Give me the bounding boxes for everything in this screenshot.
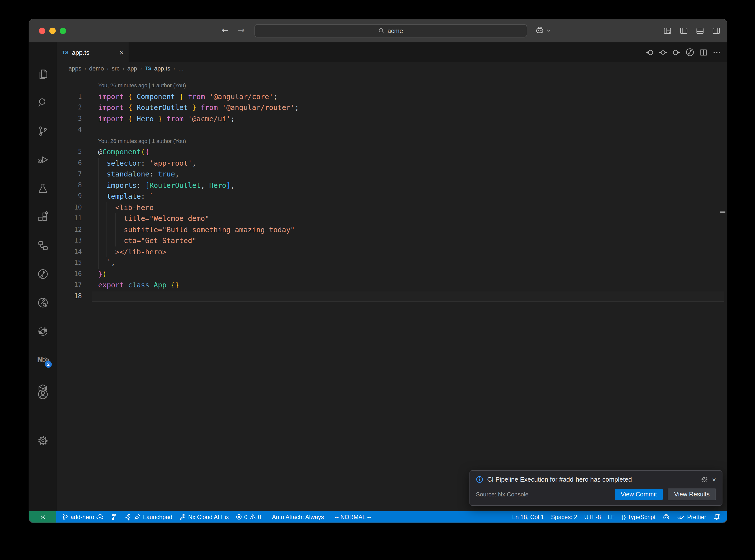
gitlens-forward-icon[interactable]	[672, 48, 680, 57]
git-branch-item[interactable]: add-hero	[58, 511, 107, 522]
breadcrumb-item[interactable]: src	[112, 65, 120, 72]
traffic-close-button[interactable]	[39, 27, 45, 34]
tab-bar: TS app.ts ×	[57, 42, 727, 62]
tab-close-icon[interactable]: ×	[119, 48, 124, 56]
chevron-right-icon: ›	[122, 65, 124, 71]
toggle-secondary-sidebar-icon[interactable]	[712, 27, 720, 35]
eol-item[interactable]: LF	[604, 511, 618, 522]
launchpad-item[interactable]: Launchpad	[121, 511, 176, 522]
view-results-button[interactable]: View Results	[668, 488, 716, 500]
code-row: 7 standalone: true,	[57, 168, 727, 180]
indentation-item[interactable]: Spaces: 2	[548, 511, 581, 522]
vim-mode-item[interactable]: -- NORMAL --	[331, 511, 375, 522]
sidebar-item-nx-console[interactable]: N≫ 2	[37, 354, 49, 366]
prettier-item[interactable]: Prettier	[674, 511, 710, 522]
toast-title: CI Pipeline Execution for #add-hero has …	[487, 476, 697, 483]
toggle-primary-sidebar-icon[interactable]	[679, 27, 688, 35]
code-row: 12 subtitle="Build something amazing tod…	[57, 224, 727, 235]
sidebar-item-extensions[interactable]	[37, 211, 49, 223]
code-row: 5@Component({	[57, 146, 727, 158]
code-row: 17export class App {}	[57, 280, 727, 291]
git-branch-icon	[62, 514, 68, 520]
code-row: 13 cta="Get Started"	[57, 235, 727, 246]
history-forward-button[interactable]: →	[238, 25, 245, 35]
remote-indicator[interactable]	[29, 511, 56, 522]
double-check-icon	[677, 514, 685, 520]
copilot-status-item[interactable]	[659, 511, 674, 522]
command-center-search[interactable]: acme	[254, 24, 527, 38]
sidebar-item-source-control[interactable]	[37, 125, 49, 137]
breadcrumb-file[interactable]: app.ts	[154, 65, 170, 72]
toggle-panel-icon[interactable]	[696, 27, 704, 35]
settings-gear-icon[interactable]	[37, 435, 49, 447]
traffic-zoom-button[interactable]	[60, 27, 66, 34]
error-icon	[236, 514, 242, 520]
traffic-minimize-button[interactable]	[49, 27, 56, 34]
branch-name: add-hero	[71, 514, 94, 520]
blame-annotation: You, 26 minutes ago | 1 author (You)	[57, 80, 727, 91]
status-bar: add-hero Launchpad Nx Cloud AI Fix 0 0	[29, 511, 727, 522]
view-commit-button[interactable]: View Commit	[615, 489, 663, 500]
chevron-down-icon	[547, 28, 551, 33]
commit-graph-icon[interactable]	[686, 48, 694, 57]
warning-icon	[250, 514, 256, 520]
code-row: 6 selector: 'app-root',	[57, 158, 727, 168]
code-editor[interactable]: You, 26 minutes ago | 1 author (You)1imp…	[57, 75, 727, 511]
nx-badge: 2	[45, 361, 52, 368]
nx-cloud-fix-item[interactable]: Nx Cloud AI Fix	[176, 511, 232, 522]
breadcrumb: apps› demo› src› app› TS app.ts› …	[57, 62, 727, 75]
nx-cloud-fix-label: Nx Cloud AI Fix	[188, 514, 229, 520]
sidebar-item-run-debug[interactable]	[37, 154, 49, 166]
overview-ruler-mark	[720, 212, 726, 213]
copilot-menu[interactable]	[535, 26, 551, 35]
customize-layout-icon[interactable]	[663, 27, 672, 35]
rocket-icon	[124, 513, 132, 521]
problems-item[interactable]: 0 0	[232, 511, 264, 522]
gitlens-commit-icon[interactable]	[659, 48, 667, 57]
toast-close-icon[interactable]: ×	[712, 476, 716, 483]
titlebar: ← → acme	[29, 19, 727, 42]
chevron-right-icon: ›	[84, 65, 86, 71]
info-icon	[476, 476, 483, 483]
chevron-right-icon: ›	[107, 65, 108, 71]
history-back-button[interactable]: ←	[221, 25, 229, 35]
breadcrumb-item[interactable]: apps	[68, 65, 81, 72]
sidebar-item-testing[interactable]	[37, 182, 49, 194]
code-row: 14 ></lib-hero>	[57, 246, 727, 257]
sidebar-item-project-graph[interactable]	[37, 240, 49, 252]
breadcrumb-item[interactable]: demo	[89, 65, 104, 72]
breadcrumb-item[interactable]: app	[127, 65, 137, 72]
braces-icon: {}	[622, 514, 625, 520]
language-mode-item[interactable]: {} TypeScript	[618, 511, 659, 522]
screenshot-root: ← → acme	[0, 0, 755, 560]
notifications-bell-icon[interactable]	[710, 511, 724, 522]
sidebar-item-explorer[interactable]	[37, 68, 49, 80]
code-lines: You, 26 minutes ago | 1 author (You)1imp…	[57, 80, 727, 302]
cloud-upload-icon	[96, 513, 103, 521]
copilot-icon	[535, 26, 544, 35]
more-actions-icon[interactable]	[713, 48, 721, 57]
cursor-position-item[interactable]: Ln 18, Col 1	[509, 511, 548, 522]
sidebar-item-gitlens-inspect[interactable]	[37, 297, 49, 308]
commit-graph-item[interactable]	[107, 511, 121, 522]
split-editor-icon[interactable]	[699, 48, 708, 57]
code-row: 2import { RouterOutlet } from '@angular/…	[57, 102, 727, 113]
code-row: 3import { Hero } from '@acme/ui';	[57, 113, 727, 124]
sidebar-item-console-swirl[interactable]	[37, 325, 49, 337]
sidebar-item-account[interactable]	[37, 388, 49, 400]
sidebar-item-search[interactable]	[37, 97, 49, 108]
tab-app-ts[interactable]: TS app.ts ×	[57, 42, 129, 62]
gitlens-back-icon[interactable]	[645, 48, 654, 57]
wrench-icon	[179, 514, 186, 520]
sidebar-item-gitlens[interactable]	[37, 268, 49, 280]
breadcrumb-more[interactable]: …	[178, 65, 184, 72]
blame-annotation: You, 26 minutes ago | 1 author (You)	[57, 135, 727, 146]
typescript-file-icon: TS	[145, 65, 152, 71]
vscode-window: ← → acme	[28, 19, 728, 523]
copilot-icon	[662, 513, 671, 521]
search-value: acme	[388, 27, 403, 35]
chevron-right-icon: ›	[140, 65, 142, 71]
auto-attach-item[interactable]: Auto Attach: Always	[269, 511, 327, 522]
toast-settings-gear-icon[interactable]	[701, 476, 708, 483]
encoding-item[interactable]: UTF-8	[581, 511, 604, 522]
